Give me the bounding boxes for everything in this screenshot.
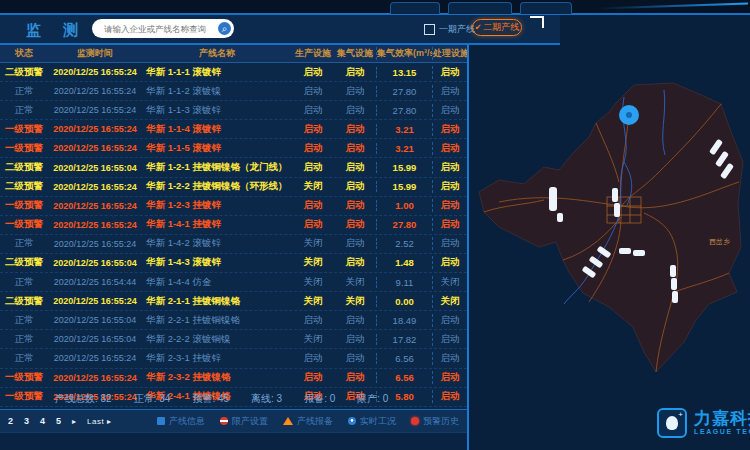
- table-row[interactable]: 二级预警2020/12/25 16:55:24华新 1-1-1 滚镀锌启动启动1…: [0, 63, 467, 82]
- bottom-nav-bar: 2345▸Last ▸ 产线信息限产设置产线报备实时工况预警历史: [0, 409, 467, 432]
- table-row[interactable]: 二级预警2020/12/25 16:55:24华新 1-2-2 挂镀铜镍铬（环形…: [0, 178, 467, 197]
- cell-eff: 6.56: [376, 372, 432, 383]
- cell-prod: 启动: [292, 218, 334, 231]
- cell-prod: 启动: [292, 161, 334, 174]
- ban-icon: [220, 417, 228, 425]
- next-page-button[interactable]: ▸: [72, 417, 76, 426]
- cell-status: 正常: [0, 352, 48, 365]
- legend-realtime-status[interactable]: 实时工况: [348, 415, 396, 428]
- cell-line: 华新 2-2-1 挂镀铜镍铬: [142, 314, 292, 327]
- cell-time: 2020/12/25 16:55:24: [48, 201, 142, 211]
- cell-gas: 关闭: [334, 276, 376, 289]
- cell-eff: 9.11: [376, 277, 432, 288]
- cell-status: 一级预警: [0, 371, 48, 384]
- search-input[interactable]: [102, 23, 218, 35]
- page-number[interactable]: 2: [8, 416, 13, 426]
- cell-time: 2020/12/25 16:55:24: [48, 353, 142, 363]
- phase2-button[interactable]: ✔ 二期产线: [472, 19, 522, 36]
- table-row[interactable]: 正常2020/12/25 16:55:24华新 1-4-2 滚镀锌关闭启动2.5…: [0, 235, 467, 254]
- cell-time: 2020/12/25 16:54:44: [48, 277, 142, 287]
- cell-time: 2020/12/25 16:55:24: [48, 124, 142, 134]
- cell-line: 华新 1-1-4 滚镀锌: [142, 123, 292, 136]
- table-row[interactable]: 二级预警2020/12/25 16:55:04华新 1-2-1 挂镀铜镍铬（龙门…: [0, 158, 467, 177]
- phase1-checkbox[interactable]: 一期产线: [424, 23, 475, 36]
- checkbox-icon[interactable]: [424, 24, 435, 35]
- logo-subtitle: LEAGUE TECH: [694, 428, 750, 435]
- search-box[interactable]: ⌕: [92, 19, 234, 38]
- cell-treat: 启动: [432, 85, 467, 98]
- table-row[interactable]: 正常2020/12/25 16:55:24华新 1-1-3 滚镀锌启动启动27.…: [0, 101, 467, 120]
- column-header: 生产设施: [292, 47, 334, 60]
- cell-line: 华新 2-1-1 挂镀铜镍铬: [142, 295, 292, 308]
- map-cluster-marker-core: [626, 112, 632, 118]
- legend-label: 限产设置: [232, 415, 268, 428]
- table-row[interactable]: 正常2020/12/25 16:55:04华新 2-2-1 挂镀铜镍铬启动启动1…: [0, 311, 467, 330]
- table-row[interactable]: 一级预警2020/12/25 16:55:24华新 2-3-2 挂镀镍铬启动启动…: [0, 369, 467, 388]
- table-row[interactable]: 二级预警2020/12/25 16:55:04华新 1-4-3 滚镀锌关闭启动1…: [0, 254, 467, 273]
- plus-glyph: +: [678, 410, 683, 419]
- cell-line: 华新 1-1-1 滚镀锌: [142, 66, 292, 79]
- cell-treat: 启动: [432, 142, 467, 155]
- cell-treat: 启动: [432, 218, 467, 231]
- cell-prod: 启动: [292, 199, 334, 212]
- legend-limit-settings[interactable]: 限产设置: [220, 415, 268, 428]
- table-row[interactable]: 正常2020/12/25 16:55:04华新 2-2-2 滚镀铜镍关闭启动17…: [0, 330, 467, 349]
- cell-line: 华新 1-1-2 滚镀镍: [142, 85, 292, 98]
- legend-label: 实时工况: [360, 415, 396, 428]
- cell-treat: 启动: [432, 333, 467, 346]
- cell-eff: 3.21: [376, 124, 432, 135]
- legend-line-report[interactable]: 产线报备: [283, 415, 333, 428]
- table-row[interactable]: 二级预警2020/12/25 16:55:24华新 2-1-1 挂镀铜镍铬关闭关…: [0, 292, 467, 311]
- cell-gas: 启动: [334, 199, 376, 212]
- cell-time: 2020/12/25 16:55:24: [48, 239, 142, 249]
- cell-time: 2020/12/25 16:55:04: [48, 163, 142, 173]
- phase2-label: 二期产线: [483, 21, 519, 34]
- cell-prod: 启动: [292, 352, 334, 365]
- gauge-icon: [348, 417, 356, 425]
- cell-gas: 启动: [334, 314, 376, 327]
- last-page-button[interactable]: Last ▸: [87, 417, 111, 426]
- page-number[interactable]: 3: [24, 416, 29, 426]
- column-header: 状态: [0, 47, 48, 60]
- cell-status: 二级预警: [0, 256, 48, 269]
- page-number[interactable]: 5: [56, 416, 61, 426]
- monitoring-table-panel: 状态监测时间产线名称生产设施集气设施集气效率(m³/s)处理设施 二级预警202…: [0, 45, 469, 450]
- table-row[interactable]: 一级预警2020/12/25 16:55:24华新 1-1-5 滚镀锌启动启动3…: [0, 139, 467, 158]
- cell-line: 华新 1-4-4 仿金: [142, 276, 292, 289]
- page-number[interactable]: 4: [40, 416, 45, 426]
- magnifier-icon[interactable]: ⌕: [218, 22, 231, 35]
- cell-time: 2020/12/25 16:55:24: [48, 220, 142, 230]
- county-map[interactable]: 西岔乡: [469, 45, 750, 450]
- column-header: 产线名称: [142, 47, 292, 60]
- table-row[interactable]: 正常2020/12/25 16:54:44华新 1-4-4 仿金关闭关闭9.11…: [0, 273, 467, 292]
- cell-status: 正常: [0, 85, 48, 98]
- table-row[interactable]: 一级预警2020/12/25 16:55:24华新 1-1-4 滚镀锌启动启动3…: [0, 120, 467, 139]
- league-tech-logo-icon: +: [657, 408, 687, 438]
- cell-treat: 关闭: [432, 295, 467, 308]
- summary-item: 正常: 34: [134, 392, 171, 406]
- table-row[interactable]: 正常2020/12/25 16:55:24华新 2-3-1 挂镀锌启动启动6.5…: [0, 349, 467, 368]
- square-icon: [157, 417, 165, 425]
- cell-gas: 启动: [334, 66, 376, 79]
- cell-time: 2020/12/25 16:55:24: [48, 67, 142, 77]
- cell-line: 华新 2-3-2 挂镀镍铬: [142, 371, 292, 384]
- cell-time: 2020/12/25 16:55:24: [48, 296, 142, 306]
- cell-eff: 17.82: [376, 334, 432, 345]
- cell-treat: 启动: [432, 390, 467, 403]
- cell-line: 华新 1-4-3 滚镀锌: [142, 256, 292, 269]
- cell-status: 一级预警: [0, 390, 48, 403]
- cell-treat: 启动: [432, 123, 467, 136]
- cell-line: 华新 1-1-3 滚镀锌: [142, 104, 292, 117]
- legend-alarm-history[interactable]: 预警历史: [411, 415, 459, 428]
- column-header: 监测时间: [48, 47, 142, 60]
- legend-line-info[interactable]: 产线信息: [157, 415, 205, 428]
- table-row[interactable]: 一级预警2020/12/25 16:55:24华新 1-2-3 挂镀锌启动启动1…: [0, 197, 467, 216]
- pagination: 2345▸Last ▸: [0, 416, 111, 426]
- cell-eff: 3.21: [376, 143, 432, 154]
- table-row[interactable]: 一级预警2020/12/25 16:55:24华新 1-4-1 挂镀锌启动启动2…: [0, 216, 467, 235]
- county-boundary: [479, 83, 743, 372]
- cell-prod: 启动: [292, 123, 334, 136]
- top-right-spacer: [560, 15, 750, 45]
- table-row[interactable]: 正常2020/12/25 16:55:24华新 1-1-2 滚镀镍启动启动27.…: [0, 82, 467, 101]
- head-glyph: [666, 416, 678, 430]
